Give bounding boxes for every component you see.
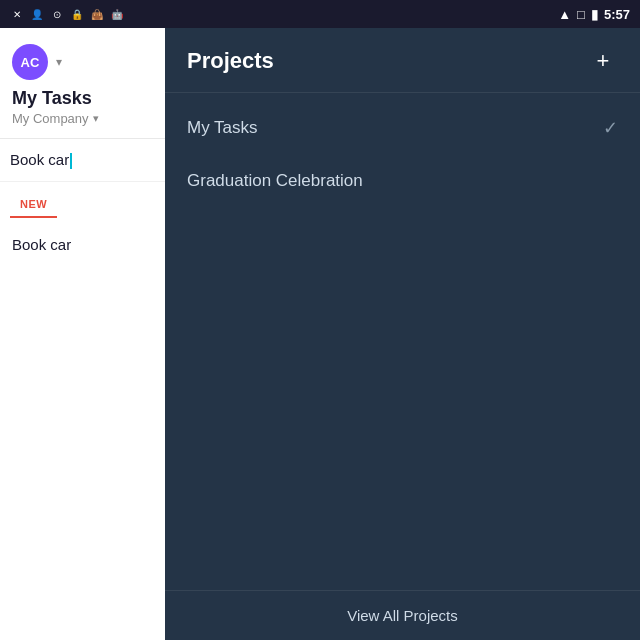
task-input-area[interactable]: Book car [0, 139, 165, 182]
project-name-graduation: Graduation Celebration [187, 171, 363, 191]
left-panel: AC ▾ My Tasks My Company ▾ Book car NEW … [0, 28, 165, 640]
my-tasks-title: My Tasks [12, 88, 153, 109]
wifi-icon: ▲ [558, 7, 571, 22]
lock-icon: 🔒 [70, 7, 84, 21]
new-section-label: NEW [10, 186, 57, 218]
app-container: AC ▾ My Tasks My Company ▾ Book car NEW … [0, 28, 640, 640]
task-item[interactable]: Book car [0, 226, 165, 263]
new-section: NEW Book car [0, 182, 165, 263]
android-icon: 🤖 [110, 7, 124, 21]
status-bar: ✕ 👤 ⊙ 🔒 👜 🤖 ▲ □ ▮ 5:57 [0, 0, 640, 28]
battery-icon: ▮ [591, 7, 598, 22]
company-name: My Company [12, 111, 89, 126]
status-bar-left-icons: ✕ 👤 ⊙ 🔒 👜 🤖 [10, 7, 124, 21]
company-chevron-icon[interactable]: ▾ [93, 112, 99, 125]
company-row: My Company ▾ [12, 111, 153, 126]
avatar-row: AC ▾ [12, 44, 153, 80]
avatar[interactable]: AC [12, 44, 48, 80]
left-header: AC ▾ My Tasks My Company ▾ [0, 28, 165, 139]
projects-title: Projects [187, 48, 274, 74]
add-project-button[interactable]: + [588, 46, 618, 76]
profile-chevron-icon[interactable]: ▾ [56, 55, 62, 69]
view-all-projects-button[interactable]: View All Projects [165, 590, 640, 640]
project-selected-icon: ✓ [603, 117, 618, 139]
time-display: 5:57 [604, 7, 630, 22]
app1-icon: ✕ [10, 7, 24, 21]
user-icon: 👤 [30, 7, 44, 21]
task-input[interactable]: Book car [10, 151, 72, 168]
signal-icon: □ [577, 7, 585, 22]
project-item-my-tasks[interactable]: My Tasks ✓ [165, 101, 640, 155]
bag-icon: 👜 [90, 7, 104, 21]
right-panel: Projects + My Tasks ✓ Graduation Celebra… [165, 28, 640, 640]
circle-icon: ⊙ [50, 7, 64, 21]
project-name-my-tasks: My Tasks [187, 118, 258, 138]
project-item-graduation[interactable]: Graduation Celebration [165, 155, 640, 207]
project-list: My Tasks ✓ Graduation Celebration [165, 93, 640, 590]
projects-header: Projects + [165, 28, 640, 93]
task-list: Book car [0, 226, 165, 263]
status-bar-right-icons: ▲ □ ▮ 5:57 [558, 7, 630, 22]
text-cursor [70, 153, 72, 169]
